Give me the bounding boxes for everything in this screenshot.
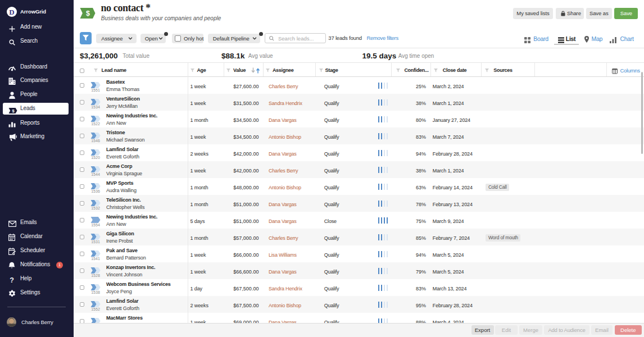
svg-text:$: $ xyxy=(86,10,90,17)
svg-text:?: ? xyxy=(10,276,14,284)
